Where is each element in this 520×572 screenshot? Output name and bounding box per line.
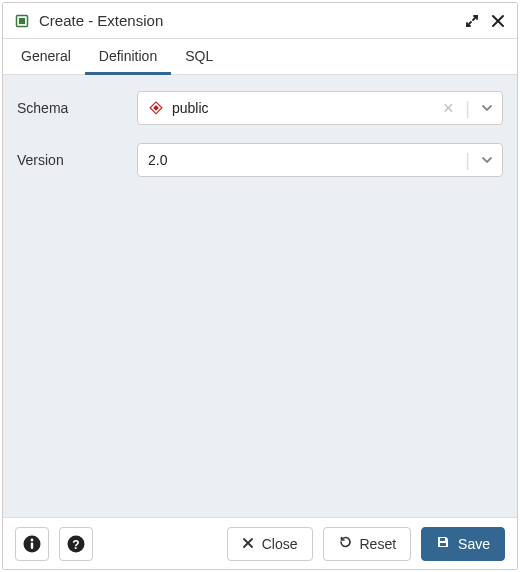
titlebar: Create - Extension <box>3 3 517 39</box>
tabs: General Definition SQL <box>3 39 517 75</box>
help-button[interactable]: ? <box>59 527 93 561</box>
chevron-down-icon[interactable] <box>478 99 496 117</box>
schema-label: Schema <box>17 100 137 116</box>
expand-icon[interactable] <box>463 12 481 30</box>
tab-sql[interactable]: SQL <box>171 39 227 75</box>
chevron-down-icon[interactable] <box>478 151 496 169</box>
diamond-schema-icon <box>148 100 164 116</box>
version-value: 2.0 <box>148 152 457 168</box>
extension-icon <box>13 12 31 30</box>
schema-select[interactable]: public × | <box>137 91 503 125</box>
close-icon[interactable] <box>489 12 507 30</box>
svg-rect-6 <box>31 542 33 549</box>
dialog-title: Create - Extension <box>39 12 455 29</box>
dialog-footer: ? Close Reset <box>3 517 517 569</box>
schema-value: public <box>172 100 431 116</box>
info-button[interactable] <box>15 527 49 561</box>
svg-text:?: ? <box>72 537 79 551</box>
schema-row: Schema public × | <box>17 91 503 125</box>
select-divider: | <box>465 151 470 169</box>
version-row: Version 2.0 | <box>17 143 503 177</box>
select-divider: | <box>465 99 470 117</box>
version-label: Version <box>17 152 137 168</box>
tab-general[interactable]: General <box>7 39 85 75</box>
close-button-label: Close <box>262 536 298 552</box>
svg-rect-1 <box>19 18 25 24</box>
version-select[interactable]: 2.0 | <box>137 143 503 177</box>
save-icon <box>436 535 450 552</box>
create-extension-dialog: Create - Extension General Definition SQ… <box>2 2 518 570</box>
tab-definition[interactable]: Definition <box>85 39 171 75</box>
definition-panel: Schema public × | Version <box>3 75 517 517</box>
save-button[interactable]: Save <box>421 527 505 561</box>
clear-icon[interactable]: × <box>439 99 457 117</box>
svg-point-5 <box>31 538 34 541</box>
reset-button-label: Reset <box>360 536 397 552</box>
close-x-icon <box>242 536 254 552</box>
reset-icon <box>338 535 352 552</box>
close-button[interactable]: Close <box>227 527 313 561</box>
reset-button[interactable]: Reset <box>323 527 412 561</box>
save-button-label: Save <box>458 536 490 552</box>
